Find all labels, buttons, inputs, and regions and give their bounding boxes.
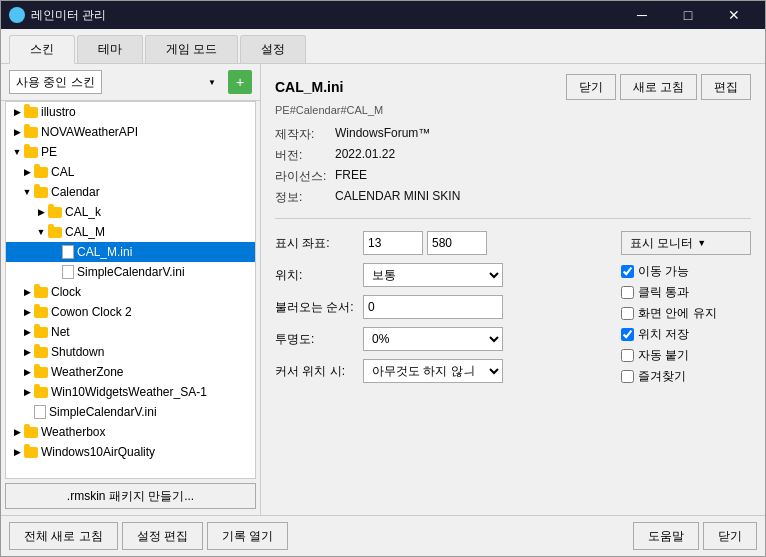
opacity-select[interactable]: 0% bbox=[363, 327, 503, 351]
snapedges-checkbox[interactable] bbox=[621, 349, 634, 362]
meta-key-version: 버전: bbox=[275, 147, 335, 164]
folder-icon bbox=[34, 187, 48, 198]
cursor-select[interactable]: 아무것도 하지 않ㅢ bbox=[363, 359, 503, 383]
spacer bbox=[48, 245, 62, 259]
toggle-icon: ▶ bbox=[20, 325, 34, 339]
cursor-row: 커서 위치 시: 아무것도 하지 않ㅢ bbox=[275, 359, 611, 383]
meta-value-author: WindowsForum™ bbox=[335, 126, 430, 143]
refresh-all-button[interactable]: 전체 새로 고침 bbox=[9, 522, 118, 550]
add-skin-button[interactable]: + bbox=[228, 70, 252, 94]
toggle-icon: ▶ bbox=[20, 345, 34, 359]
tree-label: illustro bbox=[41, 105, 76, 119]
tree-item-cal[interactable]: ▶ CAL bbox=[6, 162, 255, 182]
folder-icon bbox=[48, 227, 62, 238]
snapedges-check[interactable]: 자동 붙기 bbox=[621, 347, 751, 364]
tree-item-cowon[interactable]: ▶ Cowon Clock 2 bbox=[6, 302, 255, 322]
props-right: 표시 모니터 이동 가능 클릭 통과 화면 안에 유지 bbox=[621, 231, 751, 391]
tree-item-net[interactable]: ▶ Net bbox=[6, 322, 255, 342]
edit-settings-button[interactable]: 설정 편집 bbox=[122, 522, 203, 550]
tree-item-shutdown[interactable]: ▶ Shutdown bbox=[6, 342, 255, 362]
tree-item-cal-m[interactable]: ▼ CAL_M bbox=[6, 222, 255, 242]
minimize-button[interactable]: ─ bbox=[619, 1, 665, 29]
tab-skin[interactable]: 스킨 bbox=[9, 35, 75, 64]
tree-item-cal-k[interactable]: ▶ CAL_k bbox=[6, 202, 255, 222]
draggable-checkbox[interactable] bbox=[621, 265, 634, 278]
tree-item-clock[interactable]: ▶ Clock bbox=[6, 282, 255, 302]
toggle-icon: ▶ bbox=[10, 105, 24, 119]
tree-label: PE bbox=[41, 145, 57, 159]
folder-icon bbox=[24, 447, 38, 458]
close-button[interactable]: 닫기 bbox=[703, 522, 757, 550]
tree-item-weatherbox[interactable]: ▶ Weatherbox bbox=[6, 422, 255, 442]
props-left: 표시 좌표: 위치: 보통 bbox=[275, 231, 611, 391]
tree-item-win10airquality[interactable]: ▶ Windows10AirQuality bbox=[6, 442, 255, 462]
maximize-button[interactable]: □ bbox=[665, 1, 711, 29]
favorite-checkbox[interactable] bbox=[621, 370, 634, 383]
meta-key-license: 라이선스: bbox=[275, 168, 335, 185]
favorite-check[interactable]: 즐겨찾기 bbox=[621, 368, 751, 385]
tab-settings[interactable]: 설정 bbox=[240, 35, 306, 63]
meta-key-info: 정보: bbox=[275, 189, 335, 206]
draggable-check[interactable]: 이동 가능 bbox=[621, 263, 751, 280]
tree-label: CAL_M bbox=[65, 225, 105, 239]
tree-item-weatherzone[interactable]: ▶ WeatherZone bbox=[6, 362, 255, 382]
tab-theme[interactable]: 테마 bbox=[77, 35, 143, 63]
monitor-button[interactable]: 표시 모니터 bbox=[621, 231, 751, 255]
folder-icon bbox=[34, 327, 48, 338]
meta-key-author: 제작자: bbox=[275, 126, 335, 143]
tree-item-pe[interactable]: ▼ PE bbox=[6, 142, 255, 162]
load-order-input[interactable] bbox=[363, 295, 503, 319]
toggle-icon: ▶ bbox=[20, 365, 34, 379]
refresh-skin-button[interactable]: 새로 고침 bbox=[620, 74, 697, 100]
saveposition-check[interactable]: 위치 저장 bbox=[621, 326, 751, 343]
footer-right: 도움말 닫기 bbox=[633, 522, 757, 550]
keeponscreen-checkbox[interactable] bbox=[621, 307, 634, 320]
toggle-icon: ▼ bbox=[34, 225, 48, 239]
tree-label: CAL bbox=[51, 165, 74, 179]
opacity-label: 투명도: bbox=[275, 331, 355, 348]
folder-icon bbox=[34, 347, 48, 358]
edit-skin-button[interactable]: 편집 bbox=[701, 74, 751, 100]
meta-row-version: 버전: 2022.01.22 bbox=[275, 147, 751, 164]
help-button[interactable]: 도움말 bbox=[633, 522, 699, 550]
tree-item-win10widgets[interactable]: ▶ Win10WidgetsWeather_SA-1 bbox=[6, 382, 255, 402]
tree-item-illustro[interactable]: ▶ illustro bbox=[6, 102, 255, 122]
meta-row-info: 정보: CALENDAR MINI SKIN bbox=[275, 189, 751, 206]
position-row: 표시 좌표: bbox=[275, 231, 611, 255]
toggle-icon: ▼ bbox=[20, 185, 34, 199]
tree-item-novaweather[interactable]: ▶ NOVAWeatherAPI bbox=[6, 122, 255, 142]
checkboxes: 이동 가능 클릭 통과 화면 안에 유지 위치 저장 bbox=[621, 263, 751, 385]
close-window-button[interactable]: ✕ bbox=[711, 1, 757, 29]
spacer bbox=[20, 405, 34, 419]
toggle-icon: ▶ bbox=[20, 305, 34, 319]
clickthrough-check[interactable]: 클릭 통과 bbox=[621, 284, 751, 301]
clickthrough-checkbox[interactable] bbox=[621, 286, 634, 299]
location-label: 위치: bbox=[275, 267, 355, 284]
close-skin-button[interactable]: 닫기 bbox=[566, 74, 616, 100]
folder-icon bbox=[24, 127, 38, 138]
keeponscreen-check[interactable]: 화면 안에 유지 bbox=[621, 305, 751, 322]
saveposition-checkbox[interactable] bbox=[621, 328, 634, 341]
tree-item-calendar[interactable]: ▼ Calendar bbox=[6, 182, 255, 202]
tab-gamemode[interactable]: 게임 모드 bbox=[145, 35, 238, 63]
tree-label: WeatherZone bbox=[51, 365, 124, 379]
tree-item-simplecalendarv2[interactable]: SimpleCalendarV.ini bbox=[6, 402, 255, 422]
file-icon bbox=[34, 405, 46, 419]
cursor-label: 커서 위치 시: bbox=[275, 363, 355, 380]
position-y-input[interactable] bbox=[427, 231, 487, 255]
tree-item-cal-m-ini[interactable]: CAL_M.ini bbox=[6, 242, 255, 262]
meta-value-version: 2022.01.22 bbox=[335, 147, 395, 164]
location-select[interactable]: 보통 bbox=[363, 263, 503, 287]
rmskin-button[interactable]: .rmskin 패키지 만들기... bbox=[5, 483, 256, 509]
tree-label: Calendar bbox=[51, 185, 100, 199]
position-x-input[interactable] bbox=[363, 231, 423, 255]
tree-item-simplecalendarv[interactable]: SimpleCalendarV.ini bbox=[6, 262, 255, 282]
skin-title: CAL_M.ini bbox=[275, 79, 343, 95]
skin-dropdown[interactable]: 사용 중인 스킨 bbox=[9, 70, 102, 94]
load-order-row: 불러오는 순서: bbox=[275, 295, 611, 319]
spacer bbox=[48, 265, 62, 279]
footer-left: 전체 새로 고침 설정 편집 기록 열기 bbox=[9, 522, 288, 550]
toggle-icon: ▶ bbox=[10, 125, 24, 139]
open-log-button[interactable]: 기록 열기 bbox=[207, 522, 288, 550]
folder-icon bbox=[34, 167, 48, 178]
